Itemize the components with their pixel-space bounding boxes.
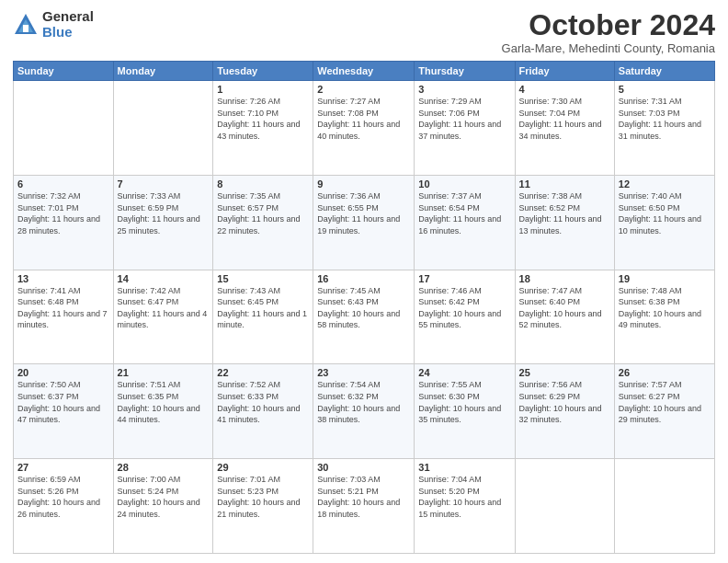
day-number: 3	[418, 84, 510, 95]
day-number: 24	[418, 367, 510, 378]
calendar-week-4: 20Sunrise: 7:50 AMSunset: 6:37 PMDayligh…	[14, 364, 715, 459]
day-number: 22	[217, 367, 309, 378]
weekday-header-saturday: Saturday	[614, 62, 714, 81]
weekday-header-row: SundayMondayTuesdayWednesdayThursdayFrid…	[14, 62, 715, 81]
day-number: 4	[519, 84, 610, 95]
day-info: Sunrise: 7:57 AMSunset: 6:27 PMDaylight:…	[619, 379, 711, 425]
calendar-cell	[14, 81, 114, 176]
day-info: Sunrise: 7:37 AMSunset: 6:54 PMDaylight:…	[418, 190, 510, 236]
location-label: Garla-Mare, Mehedinti County, Romania	[502, 41, 715, 55]
calendar-cell: 15Sunrise: 7:43 AMSunset: 6:45 PMDayligh…	[213, 270, 313, 364]
calendar-cell: 12Sunrise: 7:40 AMSunset: 6:50 PMDayligh…	[614, 175, 714, 270]
day-info: Sunrise: 7:31 AMSunset: 7:03 PMDaylight:…	[619, 96, 711, 142]
svg-rect-2	[23, 25, 28, 32]
logo: General Blue	[13, 9, 94, 40]
weekday-header-friday: Friday	[515, 62, 614, 81]
day-number: 11	[519, 178, 610, 190]
calendar-week-5: 27Sunrise: 6:59 AMSunset: 5:26 PMDayligh…	[14, 459, 715, 554]
day-info: Sunrise: 7:51 AMSunset: 6:35 PMDaylight:…	[118, 379, 210, 425]
day-number: 15	[217, 273, 309, 284]
calendar-cell	[113, 81, 213, 176]
day-number: 17	[418, 273, 510, 284]
calendar-cell: 6Sunrise: 7:32 AMSunset: 7:01 PMDaylight…	[14, 175, 114, 270]
calendar-cell: 22Sunrise: 7:52 AMSunset: 6:33 PMDayligh…	[213, 364, 313, 459]
weekday-header-monday: Monday	[113, 62, 213, 81]
calendar-cell: 10Sunrise: 7:37 AMSunset: 6:54 PMDayligh…	[415, 175, 515, 270]
day-info: Sunrise: 7:46 AMSunset: 6:42 PMDaylight:…	[418, 285, 510, 331]
day-info: Sunrise: 7:03 AMSunset: 5:21 PMDaylight:…	[317, 474, 410, 520]
calendar-cell	[515, 459, 614, 554]
calendar-cell: 2Sunrise: 7:27 AMSunset: 7:08 PMDaylight…	[313, 81, 415, 176]
day-number: 18	[519, 273, 610, 284]
day-number: 12	[619, 178, 711, 190]
day-info: Sunrise: 7:42 AMSunset: 6:47 PMDaylight:…	[118, 285, 210, 331]
day-info: Sunrise: 7:47 AMSunset: 6:40 PMDaylight:…	[519, 285, 610, 331]
day-number: 13	[17, 273, 109, 284]
day-number: 25	[519, 367, 610, 378]
day-info: Sunrise: 7:43 AMSunset: 6:45 PMDaylight:…	[217, 285, 309, 331]
day-info: Sunrise: 7:50 AMSunset: 6:37 PMDaylight:…	[17, 379, 109, 425]
weekday-header-thursday: Thursday	[415, 62, 515, 81]
calendar-cell: 17Sunrise: 7:46 AMSunset: 6:42 PMDayligh…	[415, 270, 515, 364]
month-title: October 2024	[502, 9, 715, 41]
calendar-cell: 18Sunrise: 7:47 AMSunset: 6:40 PMDayligh…	[515, 270, 614, 364]
day-number: 10	[418, 178, 510, 190]
day-info: Sunrise: 7:32 AMSunset: 7:01 PMDaylight:…	[17, 190, 109, 236]
calendar-cell: 26Sunrise: 7:57 AMSunset: 6:27 PMDayligh…	[614, 364, 714, 459]
logo-text: General Blue	[42, 9, 94, 40]
day-info: Sunrise: 7:27 AMSunset: 7:08 PMDaylight:…	[317, 96, 410, 142]
weekday-header-tuesday: Tuesday	[213, 62, 313, 81]
day-info: Sunrise: 7:45 AMSunset: 6:43 PMDaylight:…	[317, 285, 410, 331]
logo-blue-label: Blue	[42, 25, 94, 40]
day-info: Sunrise: 7:29 AMSunset: 7:06 PMDaylight:…	[418, 96, 510, 142]
day-info: Sunrise: 7:55 AMSunset: 6:30 PMDaylight:…	[418, 379, 510, 425]
page: General Blue October 2024 Garla-Mare, Me…	[0, 0, 728, 563]
day-info: Sunrise: 7:52 AMSunset: 6:33 PMDaylight:…	[217, 379, 309, 425]
logo-general-label: General	[42, 9, 94, 25]
calendar-cell: 29Sunrise: 7:01 AMSunset: 5:23 PMDayligh…	[213, 459, 313, 554]
day-info: Sunrise: 7:35 AMSunset: 6:57 PMDaylight:…	[217, 190, 309, 236]
day-number: 9	[317, 178, 410, 190]
day-info: Sunrise: 7:54 AMSunset: 6:32 PMDaylight:…	[317, 379, 410, 425]
day-number: 14	[118, 273, 210, 284]
day-number: 8	[217, 178, 309, 190]
calendar-cell: 13Sunrise: 7:41 AMSunset: 6:48 PMDayligh…	[14, 270, 114, 364]
day-number: 21	[118, 367, 210, 378]
calendar-cell: 7Sunrise: 7:33 AMSunset: 6:59 PMDaylight…	[113, 175, 213, 270]
day-number: 5	[619, 84, 711, 95]
header: General Blue October 2024 Garla-Mare, Me…	[13, 9, 715, 55]
calendar-week-3: 13Sunrise: 7:41 AMSunset: 6:48 PMDayligh…	[14, 270, 715, 364]
day-info: Sunrise: 7:33 AMSunset: 6:59 PMDaylight:…	[118, 190, 210, 236]
calendar-cell: 27Sunrise: 6:59 AMSunset: 5:26 PMDayligh…	[14, 459, 114, 554]
calendar-cell: 25Sunrise: 7:56 AMSunset: 6:29 PMDayligh…	[515, 364, 614, 459]
calendar-cell: 31Sunrise: 7:04 AMSunset: 5:20 PMDayligh…	[415, 459, 515, 554]
calendar-cell: 21Sunrise: 7:51 AMSunset: 6:35 PMDayligh…	[113, 364, 213, 459]
day-number: 16	[317, 273, 410, 284]
calendar-cell: 24Sunrise: 7:55 AMSunset: 6:30 PMDayligh…	[415, 364, 515, 459]
calendar-cell	[614, 459, 714, 554]
day-number: 26	[619, 367, 711, 378]
day-number: 31	[418, 462, 510, 473]
day-info: Sunrise: 7:04 AMSunset: 5:20 PMDaylight:…	[418, 474, 510, 520]
calendar-cell: 3Sunrise: 7:29 AMSunset: 7:06 PMDaylight…	[415, 81, 515, 176]
day-info: Sunrise: 7:36 AMSunset: 6:55 PMDaylight:…	[317, 190, 410, 236]
day-number: 30	[317, 462, 410, 473]
weekday-header-wednesday: Wednesday	[313, 62, 415, 81]
day-info: Sunrise: 7:56 AMSunset: 6:29 PMDaylight:…	[519, 379, 610, 425]
day-info: Sunrise: 7:00 AMSunset: 5:24 PMDaylight:…	[118, 474, 210, 520]
calendar-cell: 30Sunrise: 7:03 AMSunset: 5:21 PMDayligh…	[313, 459, 415, 554]
calendar-cell: 9Sunrise: 7:36 AMSunset: 6:55 PMDaylight…	[313, 175, 415, 270]
calendar-cell: 20Sunrise: 7:50 AMSunset: 6:37 PMDayligh…	[14, 364, 114, 459]
day-number: 1	[217, 84, 309, 95]
calendar-cell: 16Sunrise: 7:45 AMSunset: 6:43 PMDayligh…	[313, 270, 415, 364]
calendar-week-2: 6Sunrise: 7:32 AMSunset: 7:01 PMDaylight…	[14, 175, 715, 270]
day-info: Sunrise: 7:40 AMSunset: 6:50 PMDaylight:…	[619, 190, 711, 236]
logo-icon	[13, 12, 39, 38]
calendar-table: SundayMondayTuesdayWednesdayThursdayFrid…	[13, 61, 715, 554]
calendar-cell: 4Sunrise: 7:30 AMSunset: 7:04 PMDaylight…	[515, 81, 614, 176]
calendar-cell: 28Sunrise: 7:00 AMSunset: 5:24 PMDayligh…	[113, 459, 213, 554]
day-number: 27	[17, 462, 109, 473]
day-info: Sunrise: 7:30 AMSunset: 7:04 PMDaylight:…	[519, 96, 610, 142]
calendar-week-1: 1Sunrise: 7:26 AMSunset: 7:10 PMDaylight…	[14, 81, 715, 176]
day-info: Sunrise: 7:26 AMSunset: 7:10 PMDaylight:…	[217, 96, 309, 142]
